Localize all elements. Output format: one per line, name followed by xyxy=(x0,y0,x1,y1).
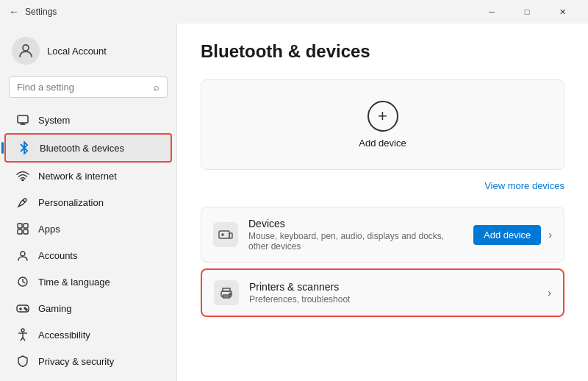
nav-label-accounts: Accounts xyxy=(38,250,77,261)
svg-rect-7 xyxy=(24,224,28,228)
avatar xyxy=(12,37,40,65)
svg-line-23 xyxy=(23,338,25,341)
nav-label-bluetooth: Bluetooth & devices xyxy=(40,143,124,154)
close-button[interactable]: ✕ xyxy=(545,0,579,24)
svg-point-10 xyxy=(21,252,25,256)
svg-rect-1 xyxy=(18,115,28,123)
devices-row-title: Devices xyxy=(248,218,465,229)
nav-label-network: Network & internet xyxy=(38,171,117,182)
devices-row[interactable]: Devices Mouse, keyboard, pen, audio, dis… xyxy=(201,207,564,263)
svg-line-13 xyxy=(23,282,25,283)
add-device-circle-icon: + xyxy=(368,101,398,132)
nav-label-time: Time & language xyxy=(38,277,110,288)
app-body: Local Account ⌕ System Bluetooth & devic… xyxy=(0,24,588,381)
add-device-card[interactable]: + Add device xyxy=(201,79,564,170)
network-icon xyxy=(16,169,29,182)
add-device-label: Add device xyxy=(359,138,406,149)
user-section: Local Account xyxy=(0,29,176,76)
nav-item-gaming[interactable]: Gaming xyxy=(4,295,172,321)
printers-row[interactable]: Printers & scanners Preferences, trouble… xyxy=(201,268,564,317)
printers-row-desc: Preferences, troubleshoot xyxy=(249,294,350,305)
accounts-icon xyxy=(16,249,29,262)
nav-item-accounts[interactable]: Accounts xyxy=(4,242,172,268)
devices-chevron-icon: › xyxy=(548,229,552,241)
nav-item-accessibility[interactable]: Accessibility xyxy=(4,321,172,348)
nav-item-privacy[interactable]: Privacy & security xyxy=(4,348,172,374)
search-input[interactable] xyxy=(17,82,148,93)
title-bar-left: ← Settings xyxy=(9,6,57,18)
nav-label-privacy: Privacy & security xyxy=(38,356,114,367)
system-icon xyxy=(16,113,29,127)
nav-label-system: System xyxy=(38,115,70,126)
privacy-icon xyxy=(16,355,29,368)
printers-chevron-icon: › xyxy=(548,287,551,299)
search-box[interactable]: ⌕ xyxy=(9,76,168,98)
nav-label-accessibility: Accessibility xyxy=(38,330,90,341)
view-more-link[interactable]: View more devices xyxy=(201,179,564,192)
user-name: Local Account xyxy=(47,46,107,57)
printers-row-title: Printers & scanners xyxy=(249,281,350,293)
sidebar: Local Account ⌕ System Bluetooth & devic… xyxy=(0,24,176,381)
nav-item-time[interactable]: Time & language xyxy=(4,268,172,295)
title-bar-title: Settings xyxy=(25,7,57,17)
view-more-anchor[interactable]: View more devices xyxy=(484,180,564,191)
svg-rect-25 xyxy=(229,233,232,238)
page-title: Bluetooth & devices xyxy=(201,41,564,62)
svg-point-5 xyxy=(24,199,26,202)
restore-button[interactable]: □ xyxy=(510,0,544,24)
svg-rect-29 xyxy=(223,288,230,291)
back-button[interactable]: ← xyxy=(9,6,19,18)
nav-item-network[interactable]: Network & internet xyxy=(4,163,172,189)
bluetooth-icon xyxy=(18,141,31,154)
nav-item-apps[interactable]: Apps xyxy=(4,216,172,242)
content-area: Bluetooth & devices + Add device View mo… xyxy=(176,24,588,381)
svg-point-4 xyxy=(22,179,24,181)
svg-rect-8 xyxy=(18,229,22,234)
nav-item-system[interactable]: System xyxy=(4,107,172,133)
nav-item-personalization[interactable]: Personalization xyxy=(4,189,172,216)
svg-rect-9 xyxy=(24,229,28,234)
personalization-icon xyxy=(16,196,29,209)
svg-point-18 xyxy=(26,309,27,310)
svg-point-0 xyxy=(23,45,29,51)
nav-label-apps: Apps xyxy=(38,224,60,235)
printers-row-icon xyxy=(214,280,239,305)
svg-line-22 xyxy=(21,338,23,341)
apps-icon xyxy=(16,222,29,235)
nav-label-gaming: Gaming xyxy=(38,303,72,314)
svg-point-17 xyxy=(24,307,26,309)
svg-rect-6 xyxy=(18,224,22,228)
title-bar: ← Settings ─ □ ✕ xyxy=(0,0,588,24)
devices-row-desc: Mouse, keyboard, pen, audio, displays an… xyxy=(248,231,465,252)
gaming-icon xyxy=(16,302,29,315)
svg-point-31 xyxy=(229,293,231,295)
search-icon: ⌕ xyxy=(154,82,159,93)
time-icon xyxy=(16,275,29,288)
nav-item-bluetooth[interactable]: Bluetooth & devices xyxy=(6,135,171,161)
svg-point-19 xyxy=(21,329,24,332)
accessibility-icon xyxy=(16,328,29,341)
title-bar-controls: ─ □ ✕ xyxy=(475,0,579,24)
devices-row-icon xyxy=(213,222,238,247)
nav-label-personalization: Personalization xyxy=(38,197,104,208)
devices-add-button[interactable]: Add device xyxy=(473,225,541,245)
minimize-button[interactable]: ─ xyxy=(475,0,509,24)
